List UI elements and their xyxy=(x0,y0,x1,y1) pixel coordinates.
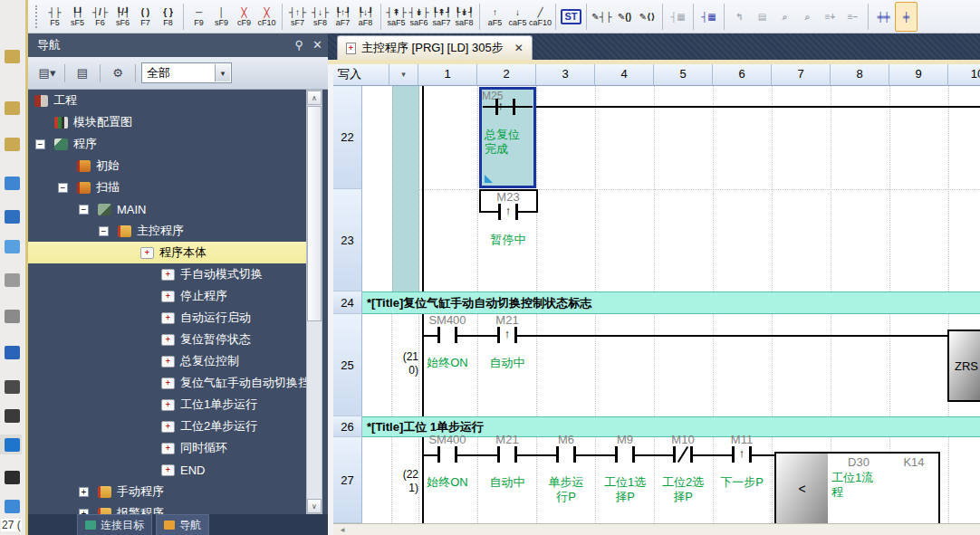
delete-vertical-line-button[interactable]: ╳cF10 xyxy=(255,2,278,32)
rising-pulse-button[interactable]: ┤↑├sF7 xyxy=(286,2,309,32)
edit-contact-button[interactable]: ✎┤├ xyxy=(591,2,613,32)
tree-item-manual-program[interactable]: +手动程序 xyxy=(28,481,306,502)
instruction-block-zrs[interactable]: ZRS xyxy=(947,330,980,402)
device-comment-display-button[interactable]: ┤▦ xyxy=(697,2,720,32)
tree-item-end[interactable]: +END xyxy=(28,459,306,481)
tree-item-stop-program[interactable]: +停止程序 xyxy=(28,285,306,307)
rung-title-24[interactable]: *[Title]复位气缸手动自动切换控制状态标志 xyxy=(362,291,980,314)
row-number-26[interactable]: 26 xyxy=(333,416,362,437)
expand-icon[interactable]: + xyxy=(79,487,89,497)
desktop-icon[interactable] xyxy=(5,138,20,151)
open-branch-button[interactable]: ┞┦sF5 xyxy=(66,2,89,32)
scroll-up-icon[interactable]: ∧ xyxy=(307,91,322,105)
wrap-ladder-active-button[interactable]: ╪ xyxy=(895,2,918,32)
filter-dropdown[interactable]: 全部 ▾ xyxy=(141,62,232,83)
ladder-contact-m9[interactable]: M9 工位1选 择P xyxy=(595,433,655,504)
tree-item-initial[interactable]: 初始 xyxy=(28,155,306,177)
tree-item-main-control[interactable]: −主控程序 xyxy=(28,220,306,242)
collapse-icon[interactable]: − xyxy=(79,205,89,215)
device-search-button[interactable]: ⌕ xyxy=(773,2,796,32)
collapse-icon[interactable]: − xyxy=(35,139,45,149)
tree-item-program-body[interactable]: +程序本体 xyxy=(28,242,306,263)
tree-item-reset-cylinder-switch[interactable]: +复位气缸手动自动切换挡 xyxy=(28,372,306,394)
desktop-icon[interactable] xyxy=(5,177,20,190)
desktop-icon[interactable] xyxy=(5,471,20,484)
tree-display-button[interactable]: ▤ xyxy=(71,62,94,84)
tree-item-main[interactable]: −MAIN xyxy=(28,198,306,220)
tree-item-scan[interactable]: −扫描 xyxy=(28,177,306,198)
row-number-24[interactable]: 24 xyxy=(333,291,362,314)
tree-item-reset-pause-state[interactable]: +复位暂停状态 xyxy=(28,329,306,350)
desktop-icon[interactable] xyxy=(5,240,20,253)
pulse-ne-close-button[interactable]: ┤↡├saF6 xyxy=(408,2,430,32)
desktop-icon[interactable] xyxy=(5,500,20,513)
ladder-contact-m21[interactable]: M21 自动中 xyxy=(477,313,537,370)
desktop-icon[interactable] xyxy=(5,409,20,423)
falling-pulse-button[interactable]: ┤↓├sF8 xyxy=(309,2,331,32)
tree-item-total-reset-control[interactable]: +总复位控制 xyxy=(28,350,306,372)
row-number-23[interactable]: 23 xyxy=(333,189,362,291)
pulse-ne-contact-button[interactable]: ┤↟├saF5 xyxy=(385,2,408,32)
desktop-icon[interactable] xyxy=(5,438,20,452)
row-number-22[interactable]: 22 xyxy=(333,86,362,189)
tree-item-simultaneous-cycle[interactable]: +同时循环 xyxy=(28,437,306,459)
tree-scrollbar[interactable]: ∧ ∨ xyxy=(306,90,322,514)
register-watch-button[interactable]: ≡+ xyxy=(819,2,841,32)
tab-main-control-program[interactable]: + 主控程序 [PRG] [LD] 305步 ✕ xyxy=(337,35,533,60)
remove-watch-button[interactable]: ≡− xyxy=(841,2,864,32)
convert-pulse-button[interactable]: ↓caF5 xyxy=(506,2,529,32)
ladder-contact-m10[interactable]: M10 工位2选 择P xyxy=(653,433,713,504)
toolbar-grip[interactable] xyxy=(35,5,41,28)
ladder-contact-m21[interactable]: M21 自动中 xyxy=(477,433,537,490)
ladder-contact-m23[interactable]: M23 暂停中 xyxy=(478,190,538,247)
desktop-icon[interactable] xyxy=(5,50,20,63)
tab-connection-target[interactable]: 连接目标 xyxy=(77,514,152,535)
delete-line-button[interactable]: ╱caF10 xyxy=(529,2,552,32)
wrap-ladder-button[interactable]: ╪╪ xyxy=(872,2,895,32)
invert-result-button[interactable]: ↑aF5 xyxy=(484,2,506,32)
compare-instruction-block[interactable]: < D30 K14 工位1流 程 xyxy=(774,452,940,523)
desktop-icon[interactable] xyxy=(5,210,20,224)
ladder-editor[interactable]: 写入 ▾ 1 2 3 4 5 6 7 8 9 10 22 23 24 2 xyxy=(333,64,980,523)
pulse-ne-branch-button[interactable]: ┞↟┦saF7 xyxy=(430,2,453,32)
horizontal-line-button[interactable]: ─F9 xyxy=(187,2,210,32)
tree-item-project[interactable]: 工程 xyxy=(28,90,306,111)
scroll-down-icon[interactable]: ∨ xyxy=(307,499,322,513)
ladder-contact-sm400[interactable]: SM400 始终ON xyxy=(418,433,477,490)
row-number-25[interactable]: 25 xyxy=(333,314,362,416)
desktop-icon[interactable] xyxy=(5,101,20,115)
statement-list-button[interactable]: ▤ xyxy=(751,2,773,32)
pulse-ne-close-branch-button[interactable]: ┞↡┦saF8 xyxy=(453,2,476,32)
ladder-contact-m11[interactable]: M11 下一步P xyxy=(712,433,772,490)
vertical-line-button[interactable]: │sF9 xyxy=(210,2,233,32)
pin-icon[interactable]: ⚲ xyxy=(295,33,304,57)
tree-item-manual-auto-switch[interactable]: +手自动模式切换 xyxy=(28,263,306,285)
open-contact-button[interactable]: ┤├F5 xyxy=(43,2,66,32)
device-comment-edit-button[interactable]: ┤▦ xyxy=(667,2,689,32)
scroll-left-icon[interactable]: ◄ xyxy=(339,526,346,534)
tree-sort-button[interactable]: ▤▾ xyxy=(35,62,59,84)
edit-coil-button[interactable]: ✎() xyxy=(613,2,636,32)
tree-item-module-config[interactable]: 模块配置图 xyxy=(28,111,306,133)
row-number-27[interactable]: 27 xyxy=(333,437,362,523)
rising-pulse-branch-button[interactable]: ┞↑┦aF7 xyxy=(331,2,354,32)
tree-item-program[interactable]: −程序 xyxy=(28,133,306,155)
closed-branch-button[interactable]: ┞/┦sF6 xyxy=(111,2,134,32)
desktop-icon[interactable] xyxy=(5,273,20,287)
desktop-icon[interactable] xyxy=(5,346,20,359)
tab-navigation[interactable]: 导航 xyxy=(156,514,209,535)
editor-horizontal-scrollbar[interactable]: ◄ xyxy=(333,523,980,535)
instruction-search-button[interactable]: ⌕ xyxy=(796,2,819,32)
falling-pulse-branch-button[interactable]: ┞↓┦aF8 xyxy=(354,2,377,32)
closed-contact-button[interactable]: ┤/├F6 xyxy=(89,2,111,32)
collapse-icon[interactable]: − xyxy=(58,183,68,193)
inline-st-button[interactable]: ST xyxy=(560,2,582,32)
ladder-contact-m6[interactable]: M6 单步运 行P xyxy=(536,433,596,504)
delete-horizontal-line-button[interactable]: ╳cF9 xyxy=(233,2,255,32)
header-dropdown-cell[interactable]: ▾ xyxy=(389,64,418,86)
chevron-down-icon[interactable]: ▾ xyxy=(215,64,230,81)
desktop-icon[interactable] xyxy=(5,380,20,394)
tree-item-station1-single-step[interactable]: +工位1单步运行 xyxy=(28,394,306,416)
edit-instruction-button[interactable]: ✎⟨⟩ xyxy=(636,2,658,32)
tree-item-alarm-program[interactable]: +报警程序 xyxy=(28,502,306,514)
